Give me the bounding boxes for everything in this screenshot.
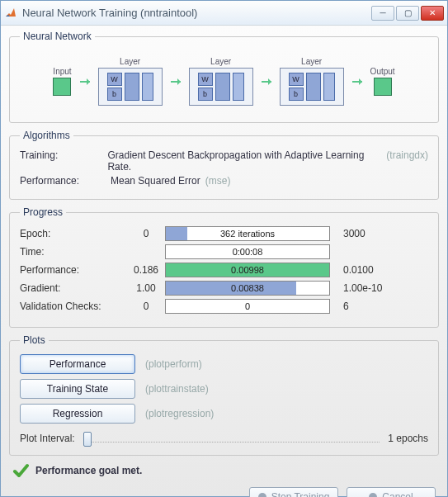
progress-end: 6 [330,301,396,312]
plots-section: Plots Performance(plotperform)Training S… [9,334,439,456]
bias-box: b [289,88,304,101]
plot-hint: (plotregression) [145,408,214,419]
progress-start: 0.186 [127,264,165,276]
activation-box [233,73,244,101]
section-title: Plots [20,334,49,346]
bias-box: b [198,88,213,101]
algorithms-section: Algorithms Training: Gradient Descent Ba… [9,130,439,200]
section-title: Progress [20,206,66,218]
plot-button-regression[interactable]: Regression [20,404,135,424]
layer-label: Layer [120,57,140,66]
input-block [53,78,71,96]
progress-start: 1.00 [127,282,165,294]
plot-hint: (plottrainstate) [145,383,209,395]
performance-value: Mean Squared Error [111,175,200,187]
weight-box: W [107,73,122,86]
progress-section: Progress Epoch:0362 iterations3000Time:0… [9,206,439,328]
matlab-icon [4,7,17,20]
close-button[interactable]: ✕ [421,6,444,21]
training-label: Training: [20,149,107,173]
training-hint: (traingdx) [386,149,428,173]
progress-label: Performance: [20,264,127,276]
layer-block: W b [280,68,344,106]
status-text: Performance goal met. [35,465,142,476]
progress-bar: 0 [165,299,330,314]
progress-bar: 0.00838 [165,281,330,296]
progress-bar: 0:00:08 [165,244,330,259]
stop-icon [258,493,266,497]
layer-block: W b [189,68,253,106]
content: Neural Network Input Layer W b [1,26,447,497]
progress-start: 0 [127,301,165,312]
progress-end: 1.00e-10 [330,282,396,294]
weight-box: W [198,73,213,86]
window-controls: ─ ▢ ✕ [371,6,444,21]
slider-thumb[interactable] [83,432,92,447]
layer-label: Layer [301,57,322,66]
footer: Stop Training Cancel [9,484,439,497]
activation-box [323,73,335,101]
progress-row: Time:0:00:08 [20,244,428,259]
layer-label: Layer [210,57,231,66]
progress-bar: 0.00998 [165,263,330,277]
checkmark-icon [12,462,29,479]
plot-button-training-state[interactable]: Training State [20,379,135,399]
network-diagram: Input Layer W b [20,50,428,112]
output-block [374,78,392,96]
progress-start: 0 [127,228,165,239]
status-row: Performance goal met. [12,462,436,479]
plot-interval-row: Plot Interval: 1 epochs [20,432,428,445]
progress-value: 0 [166,300,329,313]
titlebar[interactable]: Neural Network Training (nntraintool) ─ … [1,1,447,26]
plot-button-performance[interactable]: Performance [20,354,135,374]
weight-box: W [289,73,304,86]
arrow-icon [171,81,181,83]
plot-interval-label: Plot Interval: [20,433,75,444]
button-label: Stop Training [271,491,330,497]
nntraintool-window: Neural Network Training (nntraintool) ─ … [0,0,448,497]
output-label: Output [370,67,395,76]
plot-hint: (plotperform) [145,358,202,370]
cancel-button[interactable]: Cancel [347,487,436,497]
plot-interval-slider[interactable] [83,432,380,445]
progress-end: 3000 [330,228,396,239]
bias-box: b [107,88,122,101]
plot-interval-value: 1 epochs [388,433,428,444]
training-value: Gradient Descent Backpropagation with Ad… [107,149,381,173]
arrow-icon [80,81,90,83]
progress-bar: 362 iterations [165,226,330,241]
progress-label: Time: [20,246,127,258]
arrow-icon [352,81,362,83]
progress-label: Gradient: [20,282,127,294]
progress-value: 0:00:08 [166,245,329,258]
plot-row: Training State(plottrainstate) [20,379,428,399]
progress-row: Validation Checks:006 [20,299,428,314]
activation-box [142,73,153,101]
progress-row: Gradient:1.000.008381.00e-10 [20,281,428,296]
button-label: Cancel [382,491,413,497]
arrow-icon [262,81,271,83]
progress-value: 0.00838 [166,282,329,295]
section-title: Algorithms [20,130,73,141]
section-title: Neural Network [20,31,95,42]
progress-value: 0.00998 [166,263,329,277]
plot-row: Regression(plotregression) [20,404,428,424]
maximize-button[interactable]: ▢ [396,6,419,21]
progress-end: 0.0100 [330,264,396,276]
plot-row: Performance(plotperform) [20,354,428,374]
progress-label: Validation Checks: [20,301,127,312]
sum-box [306,73,321,101]
sum-box [215,73,230,101]
stop-training-button[interactable]: Stop Training [249,487,338,497]
progress-value: 362 iterations [166,227,329,240]
layer-block: W b [98,68,163,106]
window-title: Neural Network Training (nntraintool) [22,7,371,19]
minimize-button[interactable]: ─ [371,6,394,21]
performance-label: Performance: [20,175,111,187]
cancel-icon [369,493,377,497]
input-label: Input [53,67,71,76]
progress-label: Epoch: [20,228,127,239]
progress-row: Epoch:0362 iterations3000 [20,226,428,241]
performance-hint: (mse) [205,175,231,187]
sum-box [125,73,139,101]
